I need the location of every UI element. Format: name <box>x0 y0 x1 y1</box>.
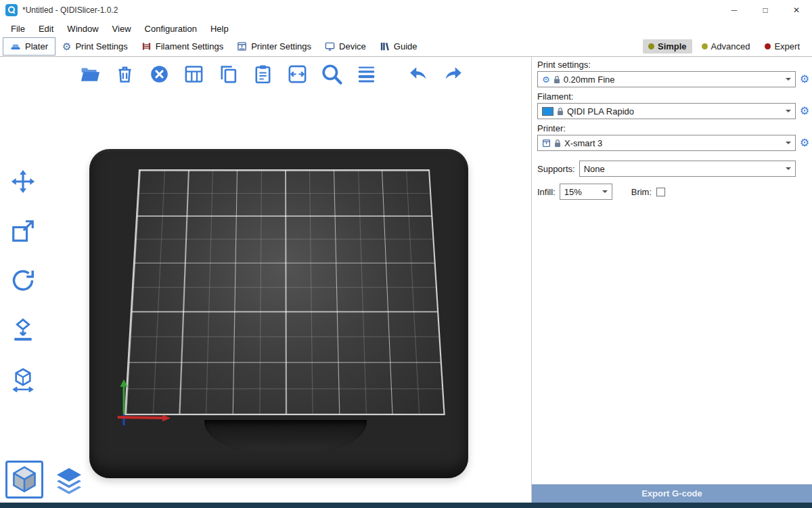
guide-books-icon <box>380 41 390 51</box>
open-folder-icon <box>80 64 101 85</box>
menu-edit[interactable]: Edit <box>32 24 60 34</box>
bottom-strip <box>0 503 812 508</box>
main-area: Print settings: ⚙ 0.20mm Fine ⚙ Filament… <box>0 57 812 503</box>
scale-icon <box>10 218 36 244</box>
rotate-button[interactable] <box>7 264 39 297</box>
plater-3d-viewport[interactable] <box>0 57 531 503</box>
menu-window[interactable]: Window <box>60 24 105 34</box>
tab-bar: Plater ⚙ Print Settings Filament Setting… <box>0 37 812 57</box>
view-3d-button[interactable] <box>5 461 43 499</box>
mode-simple[interactable]: Simple <box>643 39 692 54</box>
gear-icon: ⚙ <box>542 75 550 84</box>
delete-button[interactable] <box>110 60 139 88</box>
tab-printer-settings[interactable]: Printer Settings <box>230 37 318 56</box>
tab-label: Filament Settings <box>156 41 223 51</box>
move-button[interactable] <box>7 165 39 198</box>
cube-3d-icon <box>9 465 39 494</box>
printer-label: Printer: <box>537 123 811 133</box>
tab-device[interactable]: Device <box>318 37 373 56</box>
dropdown-caret-icon <box>602 190 608 196</box>
print-settings-value: 0.20mm Fine <box>564 75 615 85</box>
arrange-grid-icon <box>183 64 204 85</box>
advanced-mode-dot-icon <box>702 43 708 49</box>
filament-spool-icon <box>141 41 152 51</box>
window-title: *Untitled - QIDISlicer-1.0.2 <box>22 5 118 15</box>
device-monitor-icon <box>325 41 335 51</box>
redo-button[interactable] <box>438 60 467 88</box>
infill-value: 15% <box>564 187 582 197</box>
close-button[interactable]: ✕ <box>781 0 812 20</box>
infill-label: Infill: <box>537 187 556 197</box>
view-preview-button[interactable] <box>51 463 87 499</box>
printer-select[interactable]: X-smart 3 <box>537 135 796 151</box>
filament-select[interactable]: QIDI PLA Rapido <box>537 103 796 119</box>
supports-value: None <box>584 164 605 174</box>
menu-file[interactable]: File <box>4 24 32 34</box>
brim-label: Brim: <box>631 187 652 197</box>
lock-icon <box>554 139 561 148</box>
paste-clipboard-icon <box>252 64 273 85</box>
layer-height-icon <box>356 64 377 85</box>
scale-button[interactable] <box>7 215 39 247</box>
simple-mode-dot-icon <box>648 43 654 49</box>
infill-select[interactable]: 15% <box>560 184 612 200</box>
tab-label: Device <box>339 41 366 51</box>
tab-print-settings[interactable]: ⚙ Print Settings <box>55 37 135 56</box>
printer-gear-button[interactable]: ⚙ <box>798 137 811 148</box>
tab-label: Print Settings <box>75 41 127 51</box>
settings-sidebar: Print settings: ⚙ 0.20mm Fine ⚙ Filament… <box>531 57 812 503</box>
expert-mode-dot-icon <box>765 43 771 49</box>
menu-view[interactable]: View <box>106 24 138 34</box>
search-icon <box>320 62 343 85</box>
measure-button[interactable] <box>7 363 39 396</box>
measure-icon <box>10 366 36 392</box>
gizmo-toolbar <box>7 165 39 396</box>
dropdown-caret-icon <box>786 78 791 83</box>
paste-button[interactable] <box>248 60 277 88</box>
open-project-button[interactable] <box>76 60 104 88</box>
filament-value: QIDI PLA Rapido <box>567 106 634 117</box>
supports-select[interactable]: None <box>579 161 796 177</box>
lock-icon <box>554 75 560 84</box>
variable-layer-height-button[interactable] <box>352 60 380 88</box>
tab-plater[interactable]: Plater <box>3 37 55 56</box>
mode-label: Advanced <box>711 41 750 51</box>
title-bar: *Untitled - QIDISlicer-1.0.2 ─ □ ✕ <box>0 0 812 20</box>
tab-label: Plater <box>25 41 48 51</box>
split-objects-icon <box>287 64 308 85</box>
tab-label: Guide <box>394 41 418 51</box>
print-settings-select[interactable]: ⚙ 0.20mm Fine <box>537 71 796 87</box>
menu-configuration[interactable]: Configuration <box>138 24 204 34</box>
axes-indicator <box>108 375 183 432</box>
redo-icon <box>443 64 464 85</box>
mode-label: Simple <box>658 41 687 51</box>
copy-icon <box>218 64 239 85</box>
mode-expert[interactable]: Expert <box>759 39 805 54</box>
search-button[interactable] <box>317 60 346 88</box>
export-gcode-button[interactable]: Export G-code <box>532 484 812 503</box>
place-on-face-button[interactable] <box>7 314 39 346</box>
mode-advanced[interactable]: Advanced <box>696 39 756 54</box>
tab-guide[interactable]: Guide <box>373 37 424 56</box>
supports-label: Supports: <box>537 164 575 174</box>
dropdown-caret-icon <box>786 142 791 147</box>
tab-filament-settings[interactable]: Filament Settings <box>135 37 230 56</box>
filament-label: Filament: <box>537 91 811 102</box>
copy-button[interactable] <box>214 60 242 88</box>
minimize-button[interactable]: ─ <box>719 0 750 20</box>
filament-gear-button[interactable]: ⚙ <box>798 106 811 117</box>
maximize-button[interactable]: □ <box>750 0 781 20</box>
split-button[interactable] <box>283 60 311 88</box>
arrange-button[interactable] <box>179 60 208 88</box>
menu-help[interactable]: Help <box>204 24 235 34</box>
delete-all-button[interactable] <box>145 60 173 88</box>
mode-switcher: Simple Advanced Expert <box>643 39 809 54</box>
plater-toolbar <box>76 60 467 88</box>
print-settings-gear-button[interactable]: ⚙ <box>798 74 811 85</box>
print-settings-label: Print settings: <box>537 60 811 70</box>
brim-checkbox[interactable] <box>656 188 665 196</box>
undo-button[interactable] <box>404 60 432 88</box>
move-icon <box>10 169 36 194</box>
delete-all-icon <box>149 64 170 85</box>
trash-icon <box>114 64 135 85</box>
